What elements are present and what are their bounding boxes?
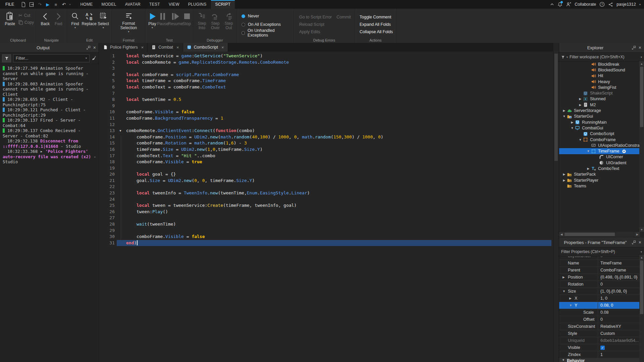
tree-expand-icon[interactable]: ▶ <box>570 121 575 124</box>
goto-script-error-button[interactable]: Go to Script Error <box>299 15 332 19</box>
code-line-3[interactable]: 3 <box>99 65 553 72</box>
property-value-cell[interactable]: 0 <box>598 281 639 288</box>
tree-item-heavy[interactable]: Heavy <box>559 79 640 84</box>
code-line-26[interactable]: 26tween:Play() <box>99 209 553 215</box>
tree-hscroll-thumb[interactable] <box>565 233 615 236</box>
code-line-21[interactable]: 21goal.Size = UDim2.new(0, 0, timeFrame.… <box>99 178 553 184</box>
radio-on-all-exceptions[interactable]: On All Exceptions <box>241 21 281 28</box>
property-row-visible[interactable]: Visible✓ <box>559 344 639 351</box>
property-value-cell[interactable]: ComboFrame <box>598 267 639 274</box>
property-expand-icon[interactable]: ▶ <box>562 276 565 279</box>
tree-scroll-down-icon[interactable]: ▼ <box>639 227 644 232</box>
forward-button[interactable]: Fwd <box>52 11 65 26</box>
tree-expand-icon[interactable]: ▶ <box>586 167 591 170</box>
tree-item-stunned[interactable]: ▶Stunned <box>559 96 640 102</box>
properties-close-icon[interactable]: × <box>639 240 641 245</box>
tree-item-serverstorage[interactable]: ▶ServerStorage <box>559 108 640 113</box>
property-row-uniqueid[interactable]: UniqueId6dbeb1a4aae9d54... <box>559 337 639 344</box>
explorer-vscrollbar[interactable]: ▲ ▼ <box>639 61 644 232</box>
code-editor[interactable]: 1local tweenService = game:GetService("T… <box>99 52 553 362</box>
tree-expand-icon[interactable]: ▼ <box>570 126 575 130</box>
quick-stop-icon[interactable]: ■ <box>52 0 60 9</box>
tree-item-combatgui[interactable]: ▼CombatGui <box>559 125 640 131</box>
tree-item-comboscript[interactable]: ComboScript <box>559 131 640 137</box>
output-entry[interactable]: 10:29:30.137 Combo Recieved - Server - C… <box>0 128 98 138</box>
property-row-name[interactable]: NameTimeFrame <box>559 260 639 267</box>
back-button[interactable]: Back <box>38 11 52 26</box>
output-funnel-button[interactable] <box>2 54 11 62</box>
output-header[interactable]: Output × <box>0 43 99 53</box>
output-entry[interactable]: 10:29:30.137 Fired - Server - Combat:64 <box>0 118 98 128</box>
tree-item-runningmain[interactable]: ▶RunningMain <box>559 119 640 125</box>
property-row-offset[interactable]: Offset0 <box>559 316 639 323</box>
tree-item-timeframe[interactable]: ▼TimeFrame <box>559 148 640 154</box>
property-value-cell[interactable]: 0 <box>598 316 639 323</box>
property-value-cell[interactable]: 0.08 <box>598 309 639 316</box>
code-line-18[interactable]: 18comboFrame.Visible = true <box>99 159 553 165</box>
tree-item-swingfist[interactable]: SwingFist <box>559 84 640 90</box>
property-value-cell[interactable]: TimeFrame <box>598 260 639 266</box>
output-close-icon[interactable]: × <box>93 45 96 50</box>
step-out-button[interactable]: Step Out <box>222 11 235 30</box>
code-line-30[interactable]: 30comboFrame.Visible = false <box>99 234 553 240</box>
output-filter-dropdown[interactable]: Filter...▾ <box>13 54 90 62</box>
checkbox-checked[interactable]: ✓ <box>600 346 605 350</box>
code-line-15[interactable]: 15comboFrame.Rotation = math.random(1,6)… <box>99 140 553 146</box>
output-log[interactable]: 10:29:27.349 Animation Spoofer cannot ru… <box>0 64 99 165</box>
tree-item-uiaspectratioconstraint[interactable]: UIAspectRatioConstraint <box>559 142 640 148</box>
tree-item-shakescript[interactable]: ShakeScript <box>559 90 640 96</box>
code-line-17[interactable]: 17comboText.Text = "Hit "..combo <box>99 153 553 159</box>
tree-expand-icon[interactable]: ▶ <box>562 109 567 112</box>
code-line-23[interactable]: 23local tweenInfo = TweenInfo.new(tweenT… <box>99 190 553 196</box>
property-row-size[interactable]: ▼Size{1, 0},{0.08, 0} <box>559 288 639 295</box>
code-line-16[interactable]: 16timeFrame.Size = UDim2.new(1,0,timeFra… <box>99 146 553 153</box>
tree-item-starterpack[interactable]: ▶StarterPack <box>559 172 640 177</box>
tree-expand-icon[interactable]: ▼ <box>578 138 583 141</box>
explorer-hscrollbar[interactable]: ◀ ▶ <box>559 232 640 237</box>
menu-tab-script[interactable]: SCRIPT <box>211 0 235 9</box>
tree-expand-icon[interactable]: ▶ <box>578 103 583 107</box>
quick-play-icon[interactable]: ▶ <box>44 0 52 9</box>
code-line-27[interactable]: 27 <box>99 215 553 221</box>
properties-header[interactable]: Properties - Frame "TimeFrame" × <box>559 238 644 247</box>
editor-tab-combat[interactable]: Combat× <box>148 43 183 52</box>
code-line-11[interactable]: 11comboFrame.BackgroundTransparency = 1 <box>99 115 553 122</box>
code-line-29[interactable]: 29 <box>99 228 553 234</box>
username-label[interactable]: pasje1312 <box>616 2 636 7</box>
stop-button[interactable]: Stop <box>182 11 191 26</box>
property-row-style[interactable]: StyleCustom <box>559 330 639 337</box>
property-row-position[interactable]: ▶Position{0.498, 0},{0.891, 0} <box>559 274 639 281</box>
collapse-ribbon-icon[interactable] <box>550 3 554 6</box>
explorer-close-icon[interactable]: × <box>639 45 641 50</box>
radio-on-unhandled-exceptions[interactable]: On Unhandled Exceptions <box>241 29 291 37</box>
explorer-filter-bar[interactable]: ▾ Filter workspace (Ctrl+Shift+X) ▾ <box>559 53 644 62</box>
file-menu-button[interactable]: FILE <box>0 0 19 9</box>
select-button[interactable]: Select▾ <box>97 11 110 29</box>
clear-output-icon[interactable] <box>92 56 97 61</box>
property-value-cell[interactable]: 1 <box>598 351 639 358</box>
code-line-25[interactable]: 25local tween = tweenService:Create(time… <box>99 202 553 209</box>
menu-tab-test[interactable]: TEST <box>145 0 164 9</box>
tree-item-starterplayer[interactable]: ▶StarterPlayer <box>559 177 640 183</box>
output-entry[interactable]: 10:29:28.003 Animation Spoofer cannot ru… <box>0 81 98 97</box>
notifications-bell-icon[interactable] <box>557 2 562 7</box>
format-selection-button[interactable]: Format Selection▾ <box>117 11 141 33</box>
tree-item-startergui[interactable]: ▼StarterGui <box>559 114 640 119</box>
fold-toggle-icon[interactable]: ▼ <box>117 128 123 134</box>
open-file-icon[interactable] <box>28 0 36 9</box>
pause-button[interactable]: Pause <box>157 11 168 26</box>
property-value-cell[interactable]: 6dbeb1a4aae9d54... <box>598 337 639 344</box>
code-line-10[interactable]: 10comboFrame.Visible = false <box>99 109 553 115</box>
property-value-cell[interactable]: 0 <box>598 256 639 259</box>
property-value-cell[interactable]: ✓ <box>598 344 639 351</box>
code-line-28[interactable]: 28wait(tweenTime) <box>99 221 553 228</box>
collapse-all-folds-button[interactable]: Collapse All Folds <box>360 29 393 34</box>
commit-button[interactable]: Commit <box>336 15 351 19</box>
tree-expand-icon[interactable]: ▼ <box>562 115 567 118</box>
code-line-5[interactable]: 5local timeFrame = comboFrame.TimeFrame <box>99 78 553 84</box>
tree-scroll-left-icon[interactable]: ◀ <box>559 232 564 237</box>
properties-filter-bar[interactable]: Filter Properties (Ctrl+Shift+P) ▾ <box>559 247 644 256</box>
code-line-13[interactable]: 13▼comboRemote.OnClientEvent:Connect(fun… <box>99 128 553 134</box>
property-row-layoutorder[interactable]: LayoutOrder0 <box>559 256 639 260</box>
tree-item-hit[interactable]: Hit <box>559 73 640 79</box>
